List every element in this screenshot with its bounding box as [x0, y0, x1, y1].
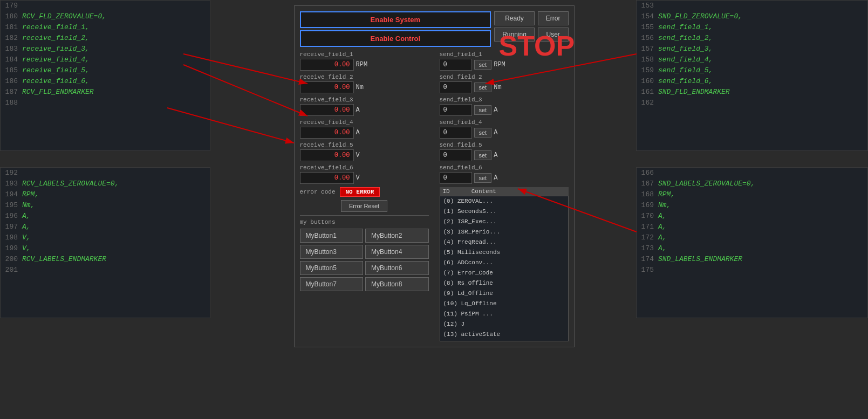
line-text: receive_field_4,: [22, 54, 90, 65]
id-content-row[interactable]: (0) ZEROVAL...: [440, 196, 568, 207]
code-line: 157send_field_3,: [637, 44, 867, 54]
my-button-2[interactable]: MyButton2: [365, 229, 429, 243]
code-line: 169Nm,: [637, 200, 867, 211]
line-text: receive_field_2,: [22, 33, 90, 44]
line-number: 159: [639, 65, 658, 76]
line-number: 154: [639, 11, 658, 22]
send-field-input-2[interactable]: [440, 81, 472, 93]
code-line: 180RCV_FLD_ZEROVALUE=0,: [1, 11, 210, 22]
line-number: 195: [3, 200, 22, 211]
line-text: A,: [658, 211, 667, 222]
id-content-list[interactable]: (0) ZEROVAL...(1) SecondsS...(2) ISR_Exe…: [440, 196, 569, 341]
enable-control-button[interactable]: Enable Control: [300, 30, 491, 47]
send-field-unit-6: A: [494, 174, 509, 182]
code-line: 181receive_field_1,: [1, 22, 210, 33]
code-line: 175: [637, 265, 867, 276]
send-field-unit-1: RPM: [494, 61, 509, 68]
code-line: 174SND_LABELS_ENDMARKER: [637, 254, 867, 265]
send-field-unit-5: A: [494, 152, 509, 159]
id-content-row[interactable]: (12) J: [440, 319, 568, 329]
id-content-row[interactable]: (2) ISR_Exec...: [440, 217, 568, 227]
line-number: 199: [3, 243, 22, 254]
send-field-input-5[interactable]: [440, 149, 472, 161]
code-line: 182receive_field_2,: [1, 33, 210, 44]
send-field-input-3[interactable]: [440, 104, 472, 116]
line-text: SND_LABELS_ZEROVALUE=0,: [658, 178, 755, 189]
receive-field-label-4: receive_field_4: [300, 119, 429, 126]
line-text: RCV_FLD_ZEROVALUE=0,: [22, 11, 106, 22]
line-number: 196: [3, 211, 22, 222]
top-right-code-panel: 153154SND_FLD_ZEROVALUE=0,155send_field_…: [636, 0, 868, 151]
id-content-row[interactable]: (4) FreqRead...: [440, 237, 568, 248]
line-text: A,: [22, 222, 31, 232]
code-line: 200RCV_LABELS_ENDMARKER: [1, 254, 210, 265]
line-number: 183: [3, 44, 22, 54]
error-reset-button[interactable]: Error Reset: [341, 200, 387, 212]
send-field-input-4[interactable]: [440, 127, 472, 139]
send-field-set-button-2[interactable]: set: [474, 83, 492, 92]
line-number: 169: [639, 200, 658, 211]
error-code-row: error code NO ERROR: [300, 187, 429, 197]
line-text: send_field_4,: [658, 54, 713, 65]
id-content-row[interactable]: (9) Ld_Offline: [440, 289, 568, 299]
my-button-3[interactable]: MyButton3: [300, 245, 364, 259]
my-button-8[interactable]: MyButton8: [365, 277, 429, 291]
code-line: 160send_field_6,: [637, 76, 867, 87]
line-number: 179: [3, 1, 22, 11]
line-text: send_field_1,: [658, 22, 713, 33]
id-content-row[interactable]: (5) Milliseconds: [440, 248, 568, 258]
receive-field-unit-3: A: [356, 106, 371, 114]
id-content-row[interactable]: (7) Error_Code: [440, 268, 568, 278]
send-field-label-2: send_field_2: [440, 74, 569, 80]
line-number: 198: [3, 232, 22, 243]
my-button-6[interactable]: MyButton6: [365, 261, 429, 275]
send-field-input-1[interactable]: [440, 59, 472, 71]
line-text: RPM,: [658, 189, 675, 200]
receive-fields-column: receive_field_1 RPM receive_field_2 Nm r…: [300, 51, 429, 341]
line-number: 167: [639, 178, 658, 189]
my-button-5[interactable]: MyButton5: [300, 261, 364, 275]
receive-field-value-6: [300, 172, 354, 184]
id-content-row[interactable]: (8) Rs_Offline: [440, 278, 568, 289]
send-field-set-button-1[interactable]: set: [474, 60, 492, 70]
id-content-row[interactable]: (13) activeState: [440, 329, 568, 340]
line-number: 181: [3, 22, 22, 33]
receive-field-unit-4: A: [356, 129, 371, 136]
id-content-row[interactable]: (1) SecondsS...: [440, 207, 568, 217]
id-content-row[interactable]: (10) Lq_Offline: [440, 299, 568, 309]
top-left-code-panel: 179180RCV_FLD_ZEROVALUE=0,181receive_fie…: [0, 0, 210, 151]
send-field-set-button-3[interactable]: set: [474, 105, 492, 115]
ready-button[interactable]: Ready: [494, 11, 535, 25]
my-button-7[interactable]: MyButton7: [300, 277, 364, 291]
line-number: 184: [3, 54, 22, 65]
send-field-set-button-6[interactable]: set: [474, 173, 492, 183]
id-content-row[interactable]: (6) ADCconv...: [440, 258, 568, 268]
receive-field-label-6: receive_field_6: [300, 164, 429, 171]
id-content-row[interactable]: (11) PsiPM ...: [440, 309, 568, 319]
line-text: SND_FLD_ZEROVALUE=0,: [658, 11, 742, 22]
send-field-label-3: send_field_3: [440, 97, 569, 103]
id-content-row[interactable]: (14) u_d: [440, 340, 568, 341]
enable-system-button[interactable]: Enable System: [300, 11, 491, 28]
send-field-row-4: set A: [440, 127, 569, 139]
send-field-set-button-5[interactable]: set: [474, 150, 492, 160]
receive-field-row-1: RPM: [300, 59, 429, 71]
send-field-input-6[interactable]: [440, 172, 472, 184]
receive-field-label-2: receive_field_2: [300, 74, 429, 80]
fields-section: receive_field_1 RPM receive_field_2 Nm r…: [300, 51, 569, 341]
code-line: 171A,: [637, 222, 867, 232]
line-number: 160: [639, 76, 658, 87]
receive-field-value-5: [300, 149, 354, 161]
line-number: 194: [3, 189, 22, 200]
line-number: 155: [639, 22, 658, 33]
send-field-set-button-4[interactable]: set: [474, 128, 492, 138]
my-button-4[interactable]: MyButton4: [365, 245, 429, 259]
code-line: 156send_field_2,: [637, 33, 867, 44]
code-line: 166: [637, 168, 867, 178]
error-button[interactable]: Error: [538, 11, 569, 25]
receive-field-value-1: [300, 59, 354, 71]
id-content-row[interactable]: (3) ISR_Perio...: [440, 227, 568, 237]
line-text: A,: [22, 211, 31, 222]
id-column-header: ID: [443, 188, 450, 195]
my-button-1[interactable]: MyButton1: [300, 229, 364, 243]
